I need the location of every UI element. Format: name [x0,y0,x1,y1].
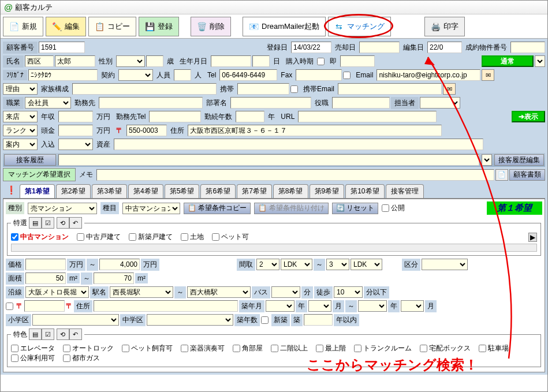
matching-wish-select-button[interactable]: マッチング希望選択 [3,168,76,181]
cb-top[interactable] [316,345,323,352]
reg-date-input[interactable] [291,42,331,53]
tab-wish-2[interactable]: 第2希望 [56,184,91,198]
asset-input[interactable] [114,139,483,150]
fax-input[interactable] [296,69,342,81]
built-m-from[interactable] [308,300,331,312]
cb-parking[interactable] [479,345,486,352]
sub-address-input[interactable] [94,300,238,312]
cb-used-house[interactable] [77,233,84,241]
customer-id-input[interactable] [39,42,85,53]
cb-trunk[interactable] [354,345,361,352]
cb-delivery[interactable] [420,345,427,352]
cb-new-house[interactable] [129,233,136,241]
new-build-checkbox[interactable] [261,316,269,324]
layout-to-num[interactable]: 3 [326,259,349,270]
edit-button[interactable]: ✏️編集 [46,17,86,36]
address-input[interactable] [188,125,442,136]
post-input[interactable] [126,125,167,136]
paste-cond-button[interactable]: 📋 希望条件貼り付け [254,203,328,214]
feature-btn4[interactable]: ↶ [69,328,82,340]
mobile-email-checkbox[interactable] [290,85,298,93]
given-name-input[interactable] [55,55,95,67]
contact-history-field[interactable] [58,154,479,166]
inflow-select[interactable] [58,139,93,150]
kind-select[interactable]: 売マンション [28,203,97,214]
memo-more-button[interactable]: 📄 [495,169,508,181]
built-years-input[interactable] [304,314,333,326]
reason-select[interactable]: 理由 [3,83,38,95]
status-button[interactable]: 通常 [482,55,534,67]
delete-button[interactable]: 🗑️削除 [191,17,231,36]
public-checkbox[interactable] [382,204,389,212]
layout-from-type[interactable]: LDK [281,259,312,270]
cb-pet-ok[interactable] [122,345,129,352]
feature-btn2[interactable]: ☑ [42,328,54,340]
dreammailer-button[interactable]: 📧DreamMailer起動 [243,17,326,36]
edit-date-input[interactable] [427,42,462,53]
role-input[interactable] [332,97,390,109]
new-button[interactable]: 📄新規 [3,17,43,36]
cb-gas[interactable] [63,354,70,362]
tab-wish-3[interactable]: 第3希望 [92,184,127,198]
matching-button[interactable]: ⇆マッチング [328,17,391,36]
headcount-input[interactable] [174,69,191,81]
feature-btn3[interactable]: ⟲ [57,328,69,340]
built-m-to[interactable] [401,300,424,312]
rep-select[interactable] [420,97,460,109]
kana-input[interactable] [28,69,98,81]
sale-date-input[interactable] [359,42,400,53]
work-years-input[interactable] [236,111,264,122]
cb-used-mansion[interactable] [11,233,18,241]
tab-wish-6[interactable]: 第6希望 [200,184,236,198]
cb-land[interactable] [181,233,188,241]
workplace-input[interactable] [99,97,203,109]
area-to-input[interactable] [94,272,134,284]
tokusen-btn2[interactable]: ☑ [42,217,54,229]
register-button[interactable]: 💾登録 [139,17,179,36]
cb-corner[interactable] [233,345,240,352]
memo-input[interactable] [96,169,494,181]
sub-post-checkbox[interactable] [6,303,13,310]
email-input[interactable] [376,69,480,81]
mobile-email-button[interactable]: ✉ [443,83,456,95]
contact-history-select[interactable] [482,154,492,166]
income-input[interactable] [58,111,93,122]
built-y-to[interactable] [358,300,387,312]
tab-wish-7[interactable]: 第7希望 [237,184,272,198]
sub-post-input[interactable] [24,300,65,312]
url-input[interactable] [298,111,437,122]
price-from-input[interactable] [25,259,66,270]
tokusen-btn3[interactable]: ⟲ [57,217,69,229]
cb-music[interactable] [181,345,188,352]
station-to-select[interactable]: 西大橋駅 [187,286,251,298]
family-input[interactable] [72,83,217,95]
tab-wish-10[interactable]: 第10希望 [345,184,384,198]
tab-contact-mgmt[interactable]: 接客管理 [386,184,424,198]
bus-select[interactable] [271,286,300,298]
guide-select[interactable]: 案内 [3,139,38,150]
mobile-input[interactable] [237,83,289,95]
cb-autolock[interactable] [63,345,70,352]
area-from-input[interactable] [25,272,66,284]
email-checkbox[interactable] [343,72,351,79]
tab-wish-9[interactable]: 第9希望 [310,184,345,198]
contract-prop-input[interactable] [510,42,545,53]
feature-btn1[interactable]: ▤ [29,328,42,340]
work-tel-input[interactable] [149,111,201,122]
tel-input[interactable] [219,69,277,81]
occupation-select[interactable]: 会社員 [25,97,71,109]
tab-wish-1[interactable]: 第1希望 [20,184,55,198]
dept-input[interactable] [230,97,311,109]
day-input[interactable] [252,55,270,67]
birthday-input[interactable] [211,55,251,67]
h-scrollbar[interactable] [11,244,537,252]
tab-wish-5[interactable]: 第5希望 [165,184,200,198]
status-select[interactable] [535,55,545,67]
deposit-input[interactable] [58,125,93,136]
built-y-from[interactable] [266,300,294,312]
tab-wish-4[interactable]: 第4希望 [128,184,163,198]
age-input[interactable] [146,55,163,67]
reset-button[interactable]: 🔄 リセット [332,203,378,214]
jhs-select[interactable] [147,314,233,326]
station-from-select[interactable]: 西長堀駅 [110,286,173,298]
